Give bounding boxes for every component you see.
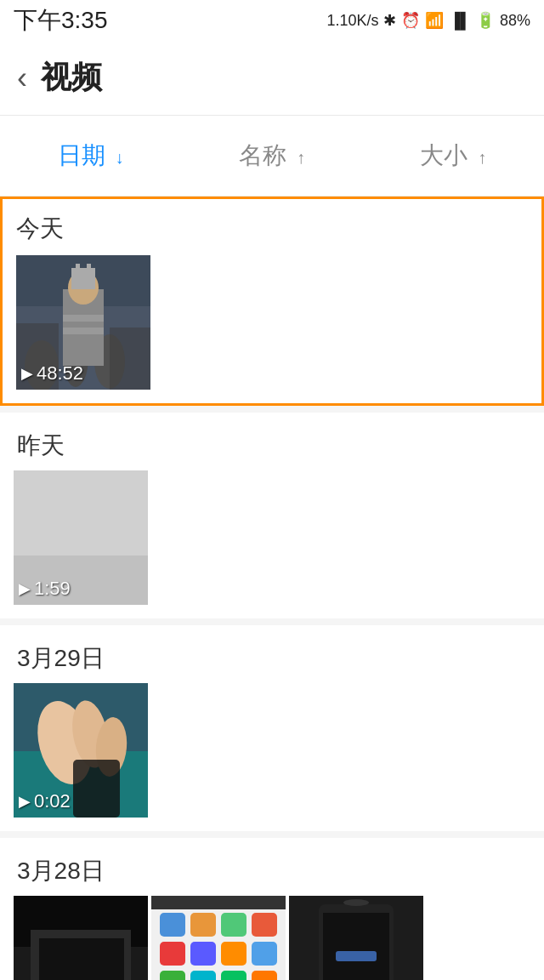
sort-name-button[interactable]: 名称 ↑ [181, 133, 362, 179]
svg-rect-33 [190, 942, 216, 966]
svg-rect-30 [221, 913, 246, 937]
signal-icon: ▐▌ [449, 12, 471, 30]
duration-text: 0:02 [34, 790, 71, 812]
svg-rect-29 [190, 913, 216, 937]
network-speed: 1.10K/s [326, 12, 378, 30]
sort-date-arrow: ↓ [116, 148, 124, 167]
svg-rect-7 [71, 268, 95, 289]
svg-rect-31 [252, 913, 277, 937]
header: ‹ 视频 [0, 41, 544, 116]
section-march29-label: 3月29日 [0, 625, 544, 683]
sort-size-arrow: ↑ [478, 148, 486, 167]
page-title: 视频 [41, 57, 102, 99]
duration-text: 1:59 [34, 578, 71, 600]
svg-rect-11 [63, 328, 104, 334]
section-yesterday-label: 昨天 [0, 413, 544, 470]
video-item[interactable]: ▶ 0:22 [14, 896, 148, 980]
svg-rect-27 [151, 896, 286, 909]
battery-percent: 88% [500, 12, 530, 30]
back-button[interactable]: ‹ [17, 60, 27, 96]
status-bar: 下午3:35 1.10K/s ​✱ ⏰ 📶 ▐▌ 🔋 88% [0, 0, 544, 41]
svg-rect-21 [73, 760, 120, 818]
svg-rect-10 [63, 315, 104, 322]
svg-rect-8 [76, 264, 80, 272]
sort-bar: 日期 ↓ 名称 ↑ 大小 ↑ [0, 116, 544, 197]
sort-name-arrow: ↑ [297, 148, 305, 167]
sort-size-button[interactable]: 大小 ↑ [363, 133, 544, 179]
video-item[interactable]: ▶ 48:52 [16, 255, 150, 390]
svg-rect-9 [87, 264, 91, 272]
section-today-label: 今天 [16, 213, 528, 255]
play-icon: ▶ [21, 364, 33, 383]
video-duration: ▶ 0:02 [19, 790, 71, 812]
play-icon: ▶ [19, 579, 31, 598]
content: 今天 [0, 197, 544, 980]
wifi-icon: 📶 [425, 11, 444, 30]
video-duration: ▶ 48:52 [21, 362, 83, 385]
section-march28-label: 3月28日 [0, 838, 544, 896]
sort-date-button[interactable]: 日期 ↓ [0, 133, 181, 179]
play-icon: ▶ [19, 792, 31, 811]
duration-text: 48:52 [37, 362, 83, 385]
section-march29: 3月29日 ▶ 0:02 [0, 625, 544, 831]
sort-size-label: 大小 [420, 142, 468, 168]
today-video-grid: ▶ 48:52 [16, 255, 528, 390]
svg-rect-49 [336, 951, 377, 961]
svg-rect-35 [252, 942, 277, 966]
svg-point-48 [343, 899, 369, 906]
section-today: 今天 [0, 197, 544, 406]
battery-icon: 🔋 [476, 11, 495, 30]
section-yesterday: 昨天 ▶ 1:59 [0, 413, 544, 618]
status-icons: 1.10K/s ​✱ ⏰ 📶 ▐▌ 🔋 88% [326, 11, 530, 30]
march28-video-grid: ▶ 0:22 [0, 896, 544, 980]
svg-rect-39 [252, 971, 277, 980]
video-duration: ▶ 1:59 [19, 578, 71, 600]
section-march28: 3月28日 ▶ 0:22 [0, 838, 544, 980]
bluetooth-icon: ​✱ [383, 11, 396, 30]
sort-name-label: 名称 [239, 142, 286, 168]
video-item[interactable]: ▶ 0:02 [289, 896, 423, 980]
march29-video-grid: ▶ 0:02 [0, 683, 544, 818]
yesterday-video-grid: ▶ 1:59 [0, 470, 544, 605]
svg-rect-47 [323, 913, 389, 980]
svg-rect-38 [221, 971, 246, 980]
video-item[interactable]: ▶ 0:02 [14, 683, 148, 818]
video-item[interactable]: ▶ 1:59 [14, 470, 148, 605]
sort-date-label: 日期 [58, 142, 105, 168]
video-item[interactable]: ▶ 3:35 [151, 896, 286, 980]
svg-rect-28 [160, 913, 185, 937]
svg-rect-32 [160, 942, 185, 966]
svg-rect-36 [160, 971, 185, 980]
svg-rect-25 [39, 938, 124, 980]
svg-rect-37 [190, 971, 216, 980]
alarm-icon: ⏰ [401, 11, 420, 30]
svg-rect-34 [221, 942, 246, 966]
status-time: 下午3:35 [14, 4, 108, 37]
svg-rect-13 [110, 328, 150, 390]
